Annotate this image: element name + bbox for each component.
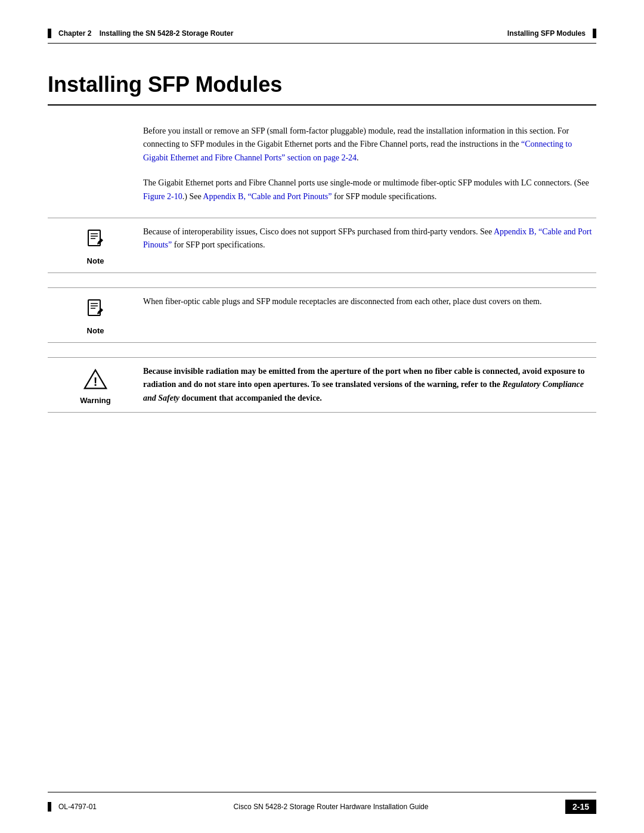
footer-content: OL-4797-01 Cisco SN 5428-2 Storage Route… (0, 792, 644, 833)
header-left: Chapter 2 Installing the SN 5428-2 Stora… (48, 29, 233, 38)
warning-icon: ! (83, 367, 107, 394)
main-content: Installing SFP Modules Before you instal… (0, 72, 644, 413)
warning-text: Because invisible radiation may be emitt… (143, 365, 596, 405)
header-section-title: Installing SFP Modules (507, 29, 586, 38)
note-icon-area-1: Note (48, 225, 143, 265)
warning-icon-area: ! Warning (48, 365, 143, 405)
link-appendix-b[interactable]: Appendix B, “Cable and Port Pinouts” (203, 192, 332, 201)
body-paragraph-1: Before you install or remove an SFP (sma… (143, 125, 596, 165)
footer-page-number: 2-15 (565, 800, 596, 814)
header: Chapter 2 Installing the SN 5428-2 Stora… (0, 0, 644, 38)
note-label-2: Note (87, 326, 104, 335)
body-paragraph-2: The Gigabit Ethernet ports and Fibre Cha… (143, 176, 596, 203)
note-block-2: Note When fiber-optic cable plugs and SF… (48, 287, 596, 343)
page: Chapter 2 Installing the SN 5428-2 Stora… (0, 0, 644, 833)
note-icon-area-2: Note (48, 295, 143, 335)
note-block-1: Note Because of interoperability issues,… (48, 218, 596, 273)
note-text-1: Because of interoperability issues, Cisc… (143, 225, 596, 252)
warning-block: ! Warning Because invisible radiation ma… (48, 357, 596, 413)
note-text-2: When fiber-optic cable plugs and SFP mod… (143, 295, 596, 308)
footer-ol-number: OL-4797-01 (58, 803, 97, 811)
header-chapter: Chapter 2 Installing the SN 5428-2 Stora… (58, 29, 233, 38)
footer-left: OL-4797-01 (48, 802, 97, 812)
header-right: Installing SFP Modules (507, 29, 596, 38)
note-svg-2 (83, 298, 107, 321)
footer-center-text: Cisco SN 5428-2 Storage Router Hardware … (234, 803, 429, 811)
note-icon-2 (83, 298, 107, 324)
warning-label: Warning (80, 396, 111, 405)
note-svg-1 (83, 228, 107, 252)
footer-bar (48, 802, 51, 812)
svg-text:!: ! (94, 375, 98, 388)
header-bar-left (48, 29, 51, 38)
warning-svg: ! (83, 367, 107, 391)
link-figure-2-10[interactable]: Figure 2-10 (143, 192, 182, 201)
note-label-1: Note (87, 256, 104, 265)
header-divider (48, 43, 596, 44)
footer: OL-4797-01 Cisco SN 5428-2 Storage Route… (0, 792, 644, 833)
note-icon-1 (83, 228, 107, 254)
page-title: Installing SFP Modules (48, 72, 596, 106)
header-bar-right (593, 29, 596, 38)
